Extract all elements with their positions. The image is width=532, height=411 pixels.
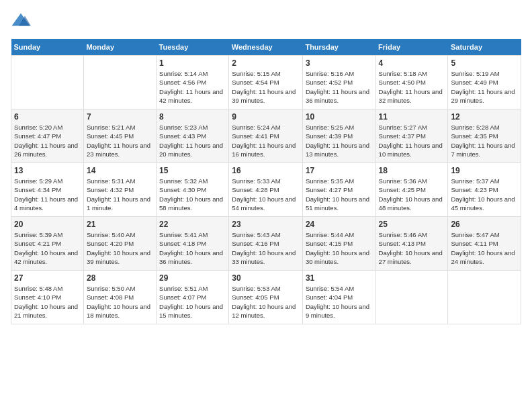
calendar-cell xyxy=(83,56,156,109)
calendar-cell xyxy=(375,271,448,324)
logo-icon xyxy=(11,11,31,31)
calendar-cell: 8 Sunrise: 5:23 AMSunset: 4:43 PMDayligh… xyxy=(157,109,229,163)
day-info: Sunrise: 5:48 AMSunset: 4:10 PMDaylight:… xyxy=(14,284,81,320)
calendar-table: SundayMondayTuesdayWednesdayThursdayFrid… xyxy=(11,39,521,324)
calendar-cell: 29 Sunrise: 5:51 AMSunset: 4:07 PMDaylig… xyxy=(157,271,229,324)
calendar-cell: 14 Sunrise: 5:31 AMSunset: 4:32 PMDaylig… xyxy=(83,163,156,217)
day-number: 17 xyxy=(306,166,373,175)
day-info: Sunrise: 5:47 AMSunset: 4:11 PMDaylight:… xyxy=(451,230,518,266)
day-number: 13 xyxy=(14,166,81,175)
calendar-cell: 22 Sunrise: 5:41 AMSunset: 4:18 PMDaylig… xyxy=(157,217,229,271)
day-info: Sunrise: 5:40 AMSunset: 4:20 PMDaylight:… xyxy=(87,230,153,266)
calendar-cell: 27 Sunrise: 5:48 AMSunset: 4:10 PMDaylig… xyxy=(11,271,84,324)
day-info: Sunrise: 5:54 AMSunset: 4:04 PMDaylight:… xyxy=(306,284,373,320)
day-info: Sunrise: 5:28 AMSunset: 4:35 PMDaylight:… xyxy=(451,123,518,158)
calendar-cell: 17 Sunrise: 5:35 AMSunset: 4:27 PMDaylig… xyxy=(302,163,375,217)
calendar-cell: 28 Sunrise: 5:50 AMSunset: 4:08 PMDaylig… xyxy=(83,271,156,324)
header-sunday: Sunday xyxy=(11,39,84,56)
calendar-cell: 20 Sunrise: 5:39 AMSunset: 4:21 PMDaylig… xyxy=(11,217,84,271)
day-info: Sunrise: 5:41 AMSunset: 4:18 PMDaylight:… xyxy=(159,230,226,266)
calendar-cell: 6 Sunrise: 5:20 AMSunset: 4:47 PMDayligh… xyxy=(11,109,84,163)
day-info: Sunrise: 5:29 AMSunset: 4:34 PMDaylight:… xyxy=(14,177,81,212)
day-number: 21 xyxy=(87,220,153,229)
day-info: Sunrise: 5:24 AMSunset: 4:41 PMDaylight:… xyxy=(232,123,300,158)
day-info: Sunrise: 5:50 AMSunset: 4:08 PMDaylight:… xyxy=(87,284,153,320)
week-row-3: 13 Sunrise: 5:29 AMSunset: 4:34 PMDaylig… xyxy=(11,163,521,217)
day-number: 19 xyxy=(451,166,518,175)
calendar-cell: 9 Sunrise: 5:24 AMSunset: 4:41 PMDayligh… xyxy=(229,109,303,163)
day-number: 7 xyxy=(87,112,153,122)
calendar-cell: 3 Sunrise: 5:16 AMSunset: 4:52 PMDayligh… xyxy=(302,56,375,109)
day-info: Sunrise: 5:31 AMSunset: 4:32 PMDaylight:… xyxy=(87,177,153,212)
day-info: Sunrise: 5:23 AMSunset: 4:43 PMDaylight:… xyxy=(159,123,226,158)
day-number: 9 xyxy=(232,112,300,122)
day-number: 1 xyxy=(159,58,226,68)
header-tuesday: Tuesday xyxy=(157,39,229,56)
day-info: Sunrise: 5:43 AMSunset: 4:16 PMDaylight:… xyxy=(232,230,300,266)
day-number: 31 xyxy=(306,273,373,283)
day-number: 3 xyxy=(306,58,373,68)
calendar-cell xyxy=(11,56,84,109)
header-row: SundayMondayTuesdayWednesdayThursdayFrid… xyxy=(11,39,521,56)
day-info: Sunrise: 5:25 AMSunset: 4:39 PMDaylight:… xyxy=(306,123,373,158)
calendar-cell: 24 Sunrise: 5:44 AMSunset: 4:15 PMDaylig… xyxy=(302,217,375,271)
calendar-cell: 21 Sunrise: 5:40 AMSunset: 4:20 PMDaylig… xyxy=(83,217,156,271)
week-row-2: 6 Sunrise: 5:20 AMSunset: 4:47 PMDayligh… xyxy=(11,109,521,163)
day-info: Sunrise: 5:32 AMSunset: 4:30 PMDaylight:… xyxy=(159,177,226,212)
day-info: Sunrise: 5:19 AMSunset: 4:49 PMDaylight:… xyxy=(451,69,518,105)
page-header xyxy=(11,11,521,31)
calendar-cell: 30 Sunrise: 5:53 AMSunset: 4:05 PMDaylig… xyxy=(229,271,303,324)
header-friday: Friday xyxy=(375,39,448,56)
calendar-cell: 5 Sunrise: 5:19 AMSunset: 4:49 PMDayligh… xyxy=(448,56,521,109)
header-wednesday: Wednesday xyxy=(229,39,303,56)
day-info: Sunrise: 5:27 AMSunset: 4:37 PMDaylight:… xyxy=(379,123,445,158)
day-info: Sunrise: 5:44 AMSunset: 4:15 PMDaylight:… xyxy=(306,230,373,266)
calendar-cell: 12 Sunrise: 5:28 AMSunset: 4:35 PMDaylig… xyxy=(448,109,521,163)
calendar-cell: 2 Sunrise: 5:15 AMSunset: 4:54 PMDayligh… xyxy=(229,56,303,109)
day-info: Sunrise: 5:35 AMSunset: 4:27 PMDaylight:… xyxy=(306,177,373,212)
header-saturday: Saturday xyxy=(448,39,521,56)
day-number: 24 xyxy=(306,220,373,229)
day-info: Sunrise: 5:20 AMSunset: 4:47 PMDaylight:… xyxy=(14,123,81,158)
day-info: Sunrise: 5:37 AMSunset: 4:23 PMDaylight:… xyxy=(451,177,518,212)
day-number: 18 xyxy=(379,166,445,175)
day-number: 4 xyxy=(379,58,445,68)
calendar-cell: 25 Sunrise: 5:46 AMSunset: 4:13 PMDaylig… xyxy=(375,217,448,271)
day-info: Sunrise: 5:36 AMSunset: 4:25 PMDaylight:… xyxy=(379,177,445,212)
calendar-cell: 1 Sunrise: 5:14 AMSunset: 4:56 PMDayligh… xyxy=(157,56,229,109)
day-number: 10 xyxy=(306,112,373,122)
day-info: Sunrise: 5:33 AMSunset: 4:28 PMDaylight:… xyxy=(232,177,300,212)
day-number: 27 xyxy=(14,273,81,283)
day-number: 16 xyxy=(232,166,300,175)
calendar-cell: 31 Sunrise: 5:54 AMSunset: 4:04 PMDaylig… xyxy=(302,271,375,324)
day-info: Sunrise: 5:46 AMSunset: 4:13 PMDaylight:… xyxy=(379,230,445,266)
day-number: 2 xyxy=(232,58,300,68)
day-number: 6 xyxy=(14,112,81,122)
day-number: 12 xyxy=(451,112,518,122)
calendar-cell xyxy=(448,271,521,324)
day-number: 23 xyxy=(232,220,300,229)
day-info: Sunrise: 5:21 AMSunset: 4:45 PMDaylight:… xyxy=(87,123,153,158)
header-thursday: Thursday xyxy=(302,39,375,56)
calendar-cell: 4 Sunrise: 5:18 AMSunset: 4:50 PMDayligh… xyxy=(375,56,448,109)
day-info: Sunrise: 5:18 AMSunset: 4:50 PMDaylight:… xyxy=(379,69,445,105)
calendar-cell: 13 Sunrise: 5:29 AMSunset: 4:34 PMDaylig… xyxy=(11,163,84,217)
day-number: 5 xyxy=(451,58,518,68)
day-info: Sunrise: 5:39 AMSunset: 4:21 PMDaylight:… xyxy=(14,230,81,266)
calendar-cell: 15 Sunrise: 5:32 AMSunset: 4:30 PMDaylig… xyxy=(157,163,229,217)
day-number: 25 xyxy=(379,220,445,229)
calendar-cell: 18 Sunrise: 5:36 AMSunset: 4:25 PMDaylig… xyxy=(375,163,448,217)
logo xyxy=(11,11,34,31)
week-row-4: 20 Sunrise: 5:39 AMSunset: 4:21 PMDaylig… xyxy=(11,217,521,271)
day-number: 29 xyxy=(159,273,226,283)
day-number: 28 xyxy=(87,273,153,283)
week-row-1: 1 Sunrise: 5:14 AMSunset: 4:56 PMDayligh… xyxy=(11,56,521,109)
day-info: Sunrise: 5:51 AMSunset: 4:07 PMDaylight:… xyxy=(159,284,226,320)
day-number: 8 xyxy=(159,112,226,122)
calendar-cell: 7 Sunrise: 5:21 AMSunset: 4:45 PMDayligh… xyxy=(83,109,156,163)
day-info: Sunrise: 5:53 AMSunset: 4:05 PMDaylight:… xyxy=(232,284,300,320)
day-number: 11 xyxy=(379,112,445,122)
calendar-cell: 10 Sunrise: 5:25 AMSunset: 4:39 PMDaylig… xyxy=(302,109,375,163)
day-number: 15 xyxy=(159,166,226,175)
week-row-5: 27 Sunrise: 5:48 AMSunset: 4:10 PMDaylig… xyxy=(11,271,521,324)
